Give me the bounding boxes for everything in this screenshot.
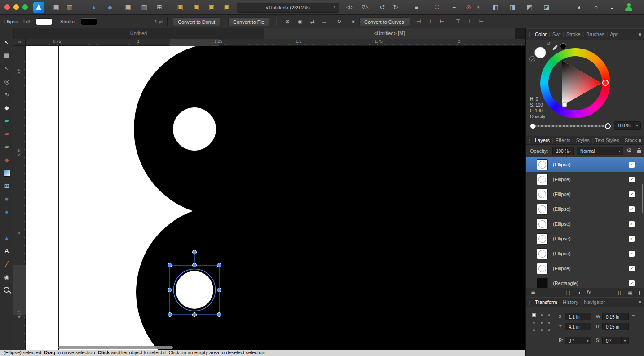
anchor-dot[interactable] bbox=[533, 322, 535, 324]
layer-row[interactable]: (Ellipse) ✓ bbox=[526, 217, 644, 232]
white-ellipse-hole-selected[interactable] bbox=[176, 271, 213, 309]
vector-brush-tool[interactable]: ▰ bbox=[0, 140, 13, 153]
new-layer-icon[interactable]: ▯ bbox=[615, 288, 624, 298]
flip-vertical-icon[interactable]: ▽△ bbox=[359, 2, 371, 13]
width-input[interactable]: 0.15 in bbox=[602, 313, 629, 320]
selection-handle[interactable] bbox=[193, 263, 197, 267]
snapping-grid-icon[interactable]: ▦ bbox=[50, 2, 62, 13]
rotation-dropdown[interactable]: 0 ° ▾ bbox=[565, 337, 591, 344]
layers-stack-icon[interactable]: ≣ bbox=[529, 288, 538, 298]
arrange-to-front-icon[interactable]: ◧ bbox=[490, 2, 501, 13]
horizontal-scrollbar-thumb[interactable] bbox=[58, 346, 173, 349]
arrange-backward-icon[interactable]: ◩ bbox=[524, 2, 535, 13]
zoom-window-button[interactable] bbox=[22, 4, 28, 10]
selection-handle[interactable] bbox=[193, 313, 197, 317]
snapping-toggle-icon[interactable]: ⊘ bbox=[463, 2, 474, 13]
selection-handle[interactable] bbox=[168, 263, 172, 267]
hand-tool[interactable]: ◉ bbox=[0, 271, 13, 284]
pixel-grid-icon[interactable]: ▥ bbox=[64, 2, 75, 13]
selection-handle[interactable] bbox=[168, 288, 172, 292]
hsl-triangle[interactable] bbox=[540, 48, 610, 118]
black-circle-top[interactable] bbox=[134, 46, 306, 215]
layer-visibility-checkbox[interactable]: ✓ bbox=[629, 162, 635, 168]
preview-mode-icon[interactable]: ◐ bbox=[574, 2, 586, 13]
layer-row[interactable]: (Ellipse) ✓ bbox=[526, 187, 644, 202]
align-left-icon[interactable]: ⊣ bbox=[413, 17, 424, 27]
pixel-persona-icon[interactable]: ◆ bbox=[104, 2, 116, 13]
stroke-color-swatch[interactable] bbox=[81, 18, 97, 25]
pencil-tool[interactable]: ▰ bbox=[0, 114, 13, 127]
selection-handle[interactable] bbox=[217, 263, 221, 267]
color-wheel[interactable] bbox=[540, 48, 610, 118]
layer-visibility-checkbox[interactable]: ✓ bbox=[629, 266, 635, 271]
layer-visibility-checkbox[interactable]: ✓ bbox=[629, 177, 635, 182]
document-tab-untitled[interactable]: Untitled bbox=[13, 28, 264, 39]
layer-visibility-checkbox[interactable]: ✓ bbox=[629, 191, 635, 197]
layer-row[interactable]: (Ellipse) ✓ bbox=[526, 202, 644, 217]
tab-swatches[interactable]: Swt bbox=[550, 31, 563, 37]
fill-tool[interactable]: ◆ bbox=[0, 153, 13, 166]
point-transform-tool[interactable]: ◎ bbox=[0, 75, 13, 88]
panel-grip-icon[interactable]: ∥ bbox=[528, 138, 530, 143]
pen-tool[interactable]: ◆ bbox=[0, 101, 13, 114]
move-tool[interactable]: ↖ bbox=[0, 36, 13, 49]
tab-text-styles[interactable]: Text Styles bbox=[593, 138, 621, 143]
rotate-ccw-icon[interactable]: ↺ bbox=[376, 2, 388, 13]
layers-scrollbar-thumb[interactable] bbox=[642, 184, 643, 213]
align-center-icon[interactable]: ⊥ bbox=[425, 17, 436, 27]
canvas-viewport[interactable] bbox=[26, 46, 525, 350]
new-pixel-layer-icon[interactable]: ▦ bbox=[626, 288, 635, 298]
align-right-icon[interactable]: ⊢ bbox=[437, 17, 447, 27]
insert-in-front-icon[interactable]: ▣ bbox=[206, 2, 217, 13]
mirror-vertical-icon[interactable]: ↔ bbox=[319, 17, 330, 27]
vertical-ruler[interactable]: 3.5 3.75 4 4.25 bbox=[13, 46, 26, 350]
show-origin-icon[interactable]: ⊕ bbox=[282, 17, 293, 27]
layer-effects-fx-icon[interactable]: fx bbox=[584, 288, 593, 298]
tab-navigator[interactable]: Navigator bbox=[582, 299, 607, 305]
layer-visibility-checkbox[interactable]: ✓ bbox=[629, 251, 635, 257]
alignment-icon[interactable]: ≡ bbox=[410, 2, 422, 13]
x-input[interactable]: 1.1 in bbox=[565, 313, 591, 320]
insert-replace-icon[interactable]: ▦ bbox=[122, 2, 134, 13]
swap-colors-icon[interactable]: ↺ bbox=[547, 41, 551, 47]
document-tab-untitled-m[interactable]: <Untitled> [M] bbox=[264, 28, 515, 39]
distribute-icon[interactable]: ∷ bbox=[431, 2, 443, 13]
opacity-slider-track[interactable] bbox=[534, 125, 605, 127]
panel-grip-icon[interactable]: ∥ bbox=[528, 32, 530, 37]
arrange-forward-icon[interactable]: ◨ bbox=[507, 2, 518, 13]
insert-inside-icon[interactable]: ▥ bbox=[138, 2, 150, 13]
layers-opacity-dropdown[interactable]: 100 % ▾ bbox=[552, 147, 574, 155]
selection-handle[interactable] bbox=[168, 313, 172, 317]
opacity-slider-start-knob[interactable] bbox=[530, 124, 535, 129]
opacity-slider-knob[interactable] bbox=[605, 123, 611, 129]
horizontal-ruler[interactable]: 0.75 1 1.25 1.5 1.75 2 bbox=[26, 39, 525, 46]
tab-styles[interactable]: Styles bbox=[574, 138, 592, 143]
enable-transform-origin-icon[interactable]: ▶ bbox=[348, 17, 359, 27]
gradient-tool[interactable] bbox=[0, 166, 13, 179]
rotation-handle[interactable] bbox=[193, 250, 197, 254]
snapping-dropdown-caret-icon[interactable]: ▾ bbox=[475, 2, 481, 13]
ruler-unit-corner[interactable]: in bbox=[13, 39, 26, 46]
rotate-selection-icon[interactable]: ↻ bbox=[334, 17, 344, 27]
blend-mode-dropdown[interactable]: Normal ▾ bbox=[577, 147, 623, 155]
fill-color-swatch[interactable] bbox=[36, 18, 52, 25]
layer-visibility-checkbox[interactable]: ✓ bbox=[629, 206, 635, 212]
ellipse-tool[interactable]: ● bbox=[0, 205, 13, 218]
layer-row-selected[interactable]: (Ellipse) ✓ bbox=[526, 157, 644, 173]
layer-visibility-checkbox[interactable]: ✓ bbox=[629, 236, 635, 242]
anchor-dot[interactable] bbox=[548, 314, 550, 316]
rotate-cw-icon[interactable]: ↻ bbox=[390, 2, 401, 13]
tab-brushes[interactable]: Brushes bbox=[584, 31, 606, 37]
insert-at-end-icon[interactable]: ▣ bbox=[221, 2, 233, 13]
layer-row[interactable]: (Ellipse) ✓ bbox=[526, 231, 644, 247]
layer-row[interactable]: (Ellipse) ✓ bbox=[526, 261, 644, 276]
align-bottom-icon[interactable]: ⊢ bbox=[476, 17, 487, 27]
selection-handle[interactable] bbox=[217, 313, 221, 317]
anchor-dot[interactable] bbox=[541, 322, 543, 324]
tab-effects[interactable]: Effects bbox=[553, 138, 573, 143]
anchor-dot[interactable] bbox=[548, 322, 550, 324]
anchor-dot[interactable] bbox=[533, 329, 535, 331]
layer-row[interactable]: (Ellipse) ✓ bbox=[526, 246, 644, 262]
account-person-icon[interactable] bbox=[625, 3, 633, 11]
link-dimensions-bracket[interactable] bbox=[632, 315, 635, 331]
